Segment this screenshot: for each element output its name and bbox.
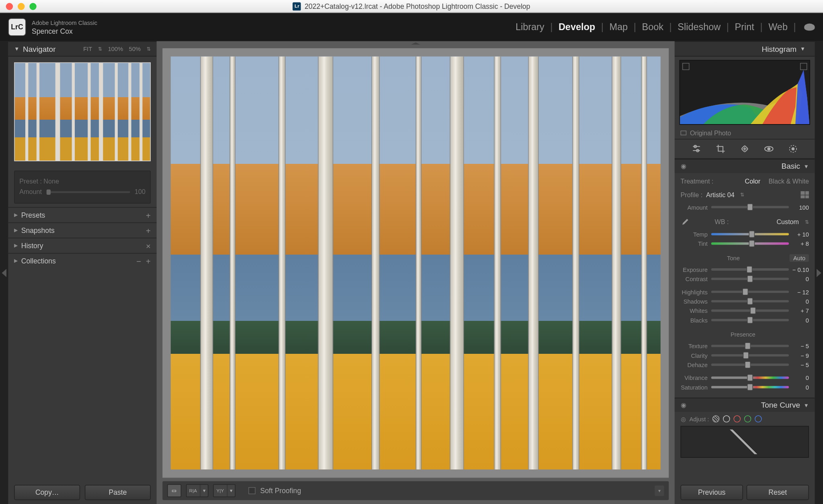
module-web[interactable]: Web [768,22,788,32]
navigator-preview[interactable] [8,57,157,167]
left-panel-toggle[interactable] [0,41,8,504]
highlights-slider[interactable] [711,291,789,293]
module-book[interactable]: Book [642,22,663,32]
zoom-50[interactable]: 50% [129,46,141,52]
curve-blue-icon[interactable] [755,415,762,422]
basic-header[interactable]: ◉ Basic ▼ [675,159,815,173]
right-panel-toggle[interactable] [815,41,823,504]
histogram[interactable] [680,60,810,124]
zoom-fit[interactable]: FIT [83,46,92,52]
redeye-tool-icon[interactable] [764,143,774,154]
section-snapshots[interactable]: ▶Snapshots+ [8,222,157,238]
vibrance-label: Vibrance [681,374,711,381]
temp-slider[interactable] [711,233,789,235]
dehaze-value[interactable]: − 5 [789,361,809,368]
wb-value[interactable]: Custom [776,218,799,226]
loupe-view-button[interactable]: ▭ [168,485,181,496]
treatment-color[interactable]: Color [745,178,761,185]
blacks-value[interactable]: 0 [789,317,809,323]
curve-parametric-icon[interactable] [712,415,720,422]
whites-value[interactable]: + 7 [789,307,809,314]
image-canvas[interactable] [162,48,669,477]
eye-icon[interactable]: ◉ [681,401,689,409]
tone-curve-header[interactable]: ◉ Tone Curve ▼ [675,398,815,412]
treatment-bw[interactable]: Black & White [769,178,809,185]
section-action[interactable]: − [136,256,141,265]
section-history[interactable]: ▶History× [8,238,157,253]
section-action[interactable]: + [146,210,151,220]
zoom-updown-icon[interactable]: ⇅ [147,46,151,51]
chevron-right-icon: ▶ [14,212,18,218]
profile-value[interactable]: Artistic 04 [706,191,735,198]
before-after-button[interactable]: Y|Y [214,485,227,496]
vibrance-value[interactable]: 0 [789,374,809,381]
dehaze-slider[interactable] [711,363,789,366]
saturation-slider[interactable] [711,386,789,388]
blacks-slider[interactable] [711,319,789,321]
profile-dropdown-icon[interactable]: ⇅ [740,192,744,197]
thumbnail[interactable] [14,62,151,161]
section-action[interactable]: + [146,256,151,265]
profile-amount-slider[interactable] [711,206,789,208]
zoom-updown-icon[interactable]: ⇅ [98,46,102,51]
reference-view-button[interactable]: R|A [186,485,199,496]
module-develop[interactable]: Develop [559,22,595,32]
paste-button[interactable]: Paste [85,485,151,500]
before-after-dropdown[interactable]: ▾ [228,485,235,496]
module-map[interactable]: Map [610,22,628,32]
reference-view-dropdown[interactable]: ▾ [201,485,208,496]
histogram-header[interactable]: Histogram ▼ [675,41,815,57]
module-slideshow[interactable]: Slideshow [678,22,721,32]
wb-dropdown-icon[interactable]: ⇅ [805,219,809,224]
previous-button[interactable]: Previous [681,485,743,500]
soft-proofing-checkbox[interactable] [248,487,256,494]
highlights-label: Highlights [681,289,711,295]
tone-curve-plot[interactable] [681,426,809,458]
wb-dropper-icon[interactable] [681,216,690,227]
profile-browser-icon[interactable] [800,191,809,198]
top-panel-grip[interactable] [157,41,675,46]
shadows-value[interactable]: 0 [789,298,809,304]
section-action[interactable]: × [146,241,151,250]
preset-amount-slider[interactable] [47,191,130,192]
edit-tool-icon[interactable] [691,143,701,154]
saturation-value[interactable]: 0 [789,384,809,390]
clarity-value[interactable]: − 9 [789,352,809,359]
section-collections[interactable]: ▶Collections−+ [8,253,157,268]
contrast-slider[interactable] [711,278,789,280]
healing-tool-icon[interactable] [739,143,750,154]
texture-value[interactable]: − 5 [789,343,809,349]
cloud-sync-icon[interactable] [804,24,815,31]
eye-icon[interactable]: ◉ [681,162,689,170]
crop-tool-icon[interactable] [715,143,726,154]
reset-button[interactable]: Reset [747,485,809,500]
profile-amount-value[interactable]: 100 [789,204,809,210]
exposure-value[interactable]: − 0.10 [789,266,809,273]
target-adjust-icon[interactable]: ◎ [681,416,686,422]
highlights-value[interactable]: − 12 [789,289,809,295]
temp-value[interactable]: + 10 [789,231,809,237]
section-action[interactable]: + [146,226,151,235]
navigator-header[interactable]: ▼ Navigator FIT ⇅ 100% 50% ⇅ [8,41,157,57]
curve-green-icon[interactable] [744,415,751,422]
original-photo-row[interactable]: Original Photo [675,127,815,139]
contrast-value[interactable]: 0 [789,275,809,282]
auto-tone-button[interactable]: Auto [790,254,809,261]
clarity-slider[interactable] [711,354,789,357]
shadows-slider[interactable] [711,300,789,302]
toolbar-options-button[interactable]: ▾ [655,486,664,496]
vibrance-slider[interactable] [711,377,789,379]
whites-slider[interactable] [711,310,789,312]
zoom-100[interactable]: 100% [108,46,123,52]
texture-slider[interactable] [711,345,789,347]
copy-button[interactable]: Copy… [14,485,80,500]
tint-slider[interactable] [711,243,789,245]
exposure-slider[interactable] [711,268,789,271]
tint-value[interactable]: + 8 [789,240,809,247]
section-presets[interactable]: ▶Presets+ [8,207,157,222]
curve-red-icon[interactable] [734,415,741,422]
module-library[interactable]: Library [516,22,545,32]
module-print[interactable]: Print [735,22,754,32]
masking-tool-icon[interactable] [788,143,798,154]
curve-point-icon[interactable] [723,415,731,422]
